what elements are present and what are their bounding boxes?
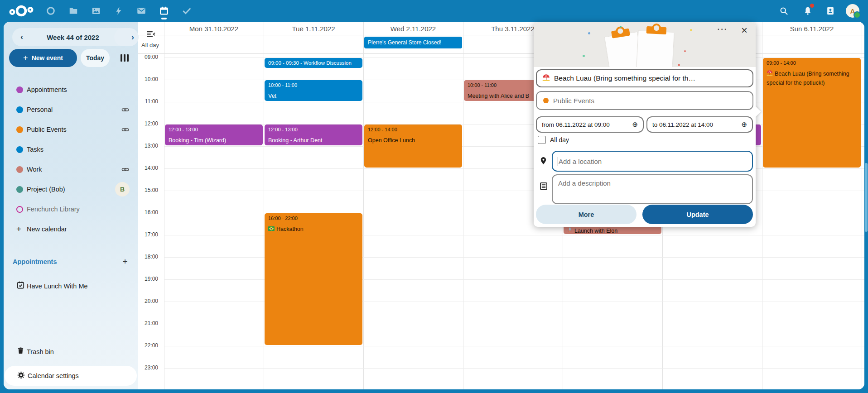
description-icon [539,182,548,192]
event-block[interactable]: 09:00 - 14:00Beach Luau (Bring something… [763,58,861,168]
popup-more-actions-icon[interactable]: ··· [715,25,730,37]
vertical-scrollbar[interactable] [865,163,868,232]
today-button[interactable]: Today [81,49,110,67]
search-icon[interactable] [776,3,792,19]
notifications-bell-icon[interactable] [800,3,816,19]
calendar-name: Appointments [27,86,67,93]
sidebar-calendar-item[interactable]: Personal [4,100,138,120]
mail-icon[interactable] [132,0,150,22]
shared-by-avatar: B [115,182,130,196]
event-block[interactable]: 10:00 - 11:00Vet [265,80,362,101]
timezone-globe-icon[interactable]: ⊕ [741,120,747,129]
event-title-input[interactable]: Beach Luau (Bring something special for … [536,69,753,87]
user-avatar[interactable]: A [846,4,859,18]
contacts-icon[interactable] [822,3,839,19]
sidebar-collapse-toggle[interactable]: › [114,28,139,46]
update-button[interactable]: Update [642,205,753,224]
close-icon[interactable]: × [738,24,751,37]
event-time: 12:00 - 14:00 [368,126,458,133]
calendar-app-icon[interactable] [155,0,173,22]
calendar-color-dot [543,98,549,103]
nextcloud-logo-icon[interactable] [6,2,36,20]
time-axis-label: 16:00 [138,209,158,216]
more-button[interactable]: More [536,205,637,224]
time-axis-label: 09:00 [138,54,158,60]
tasks-icon[interactable] [178,0,196,22]
calendar-picker-value: Public Events [553,97,594,105]
view-mode-icon[interactable] [121,54,130,62]
time-axis-label: 18:00 [138,254,158,260]
event-title: Launch with Elon [567,226,658,235]
day-header: Sun 6.11.2022 [762,24,862,34]
share-link-icon[interactable] [121,126,129,135]
event-block[interactable]: 12:00 - 14:00Open Office Lunch [364,125,462,168]
location-input[interactable]: Add a location [552,151,753,172]
share-link-icon[interactable] [121,106,129,115]
sidebar-calendar-item[interactable]: Tasks [4,139,138,159]
files-icon[interactable] [64,0,82,22]
online-status-dot [854,11,861,19]
description-textarea[interactable]: Add a description [552,174,753,204]
plus-icon: + [23,53,28,63]
description-placeholder: Add a description [558,179,611,187]
previous-week-button[interactable]: ‹ [15,30,29,44]
event-title: Open Office Lunch [368,136,458,145]
event-block[interactable]: 12:00 - 13:00Booking - Tim (Wizard) [165,125,263,145]
end-date-picker[interactable]: to 06.11.2022 at 14:00 ⊕ [646,116,753,133]
calendar-settings-button[interactable]: Calendar settings [5,366,137,386]
allday-checkbox[interactable] [538,136,546,144]
start-date-picker[interactable]: from 06.11.2022 at 09:00 ⊕ [536,116,644,133]
time-axis-label: 17:00 [138,231,158,238]
calendar-picker[interactable]: Public Events [536,91,753,110]
time-axis-label: 11:00 [138,98,158,105]
hour-line [164,346,864,346]
activity-icon[interactable] [110,0,128,22]
appointment-link-item[interactable]: Have Lunch With Me [4,277,138,295]
event-title: Booking - Arthur Dent [268,136,359,145]
calendar-color-dot [16,146,23,153]
start-date-value: from 06.11.2022 at 09:00 [542,121,610,128]
hour-line [164,102,864,102]
column-divider [363,22,364,389]
event-title-value: Beach Luau (Bring something special for … [554,74,695,82]
calendar-name: Project (Bob) [27,186,65,193]
column-divider [862,22,862,389]
event-block[interactable]: 16:00 - 22:00Hackathon [265,213,362,345]
sidebar-calendar-item[interactable]: Appointments [4,80,138,100]
column-divider [463,22,463,389]
brazil-flag-icon [268,225,275,234]
event-block[interactable]: 09:00 - 09:30 - Workflow Discussion [265,58,362,68]
new-calendar-label: New calendar [27,225,67,233]
timezone-globe-icon[interactable]: ⊕ [632,120,638,129]
share-link-icon[interactable] [121,166,129,175]
calendar-color-dot [16,86,23,93]
sidebar-calendar-item[interactable]: Fenchurch Library [4,199,138,219]
time-axis-label: 14:00 [138,165,158,171]
new-calendar-button[interactable]: +New calendar [4,219,138,239]
time-axis-label: 12:00 [138,120,158,127]
section-title: Appointments [13,258,57,265]
dashboard-icon[interactable] [42,0,60,22]
hour-line [164,191,864,191]
calendar-list: AppointmentsPersonalPublic EventsTasksWo… [4,80,138,239]
add-appointment-button[interactable]: + [120,257,130,267]
event-time: 09:00 - 14:00 [767,60,857,66]
allday-event[interactable]: Pierre's General Store Closed! [364,37,462,48]
sidebar-calendar-item[interactable]: Project (Bob)B [4,179,138,199]
location-placeholder: Add a location [559,158,602,165]
photos-icon[interactable] [87,0,105,22]
beach-umbrella-icon [767,71,773,77]
calendar-name: Public Events [27,126,67,133]
trash-bin-item[interactable]: Trash bin [4,343,138,361]
new-event-button[interactable]: + New event [9,49,77,67]
hour-line [164,368,864,369]
week-label[interactable]: Week 44 of 2022 [47,34,99,41]
sidebar-calendar-item[interactable]: Work [4,159,138,179]
event-block[interactable]: 12:00 - 13:00Booking - Arthur Dent [265,125,362,145]
day-header: Wed 2.11.2022 [363,24,463,34]
sidebar-calendar-item[interactable]: Public Events [4,120,138,139]
time-axis-label: 13:00 [138,143,158,149]
gear-icon [17,371,25,381]
trash-icon [16,346,25,357]
calendar-name: Personal [27,106,53,113]
